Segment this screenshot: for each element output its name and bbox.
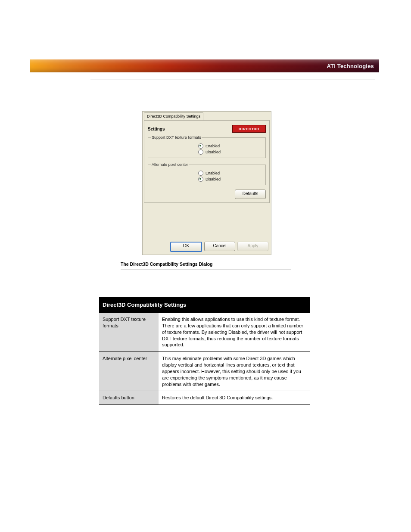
table-key: Support DXT texture formats [99, 313, 159, 352]
defaults-button[interactable]: Defaults [235, 190, 266, 199]
radio-dxt-enabled[interactable] [198, 143, 203, 149]
figure-caption: The Direct3D Compatibility Settings Dial… [121, 261, 213, 267]
group-legend: Alternate pixel center [151, 162, 189, 167]
tab-strip: Direct3D Compatibility Settings [143, 112, 271, 120]
radio-label: Disabled [206, 177, 221, 181]
table-val: This may eliminate problems with some Di… [159, 352, 310, 391]
radio-apc-enabled[interactable] [198, 171, 203, 176]
settings-heading: Settings [148, 127, 165, 131]
figure-caption-divider [121, 270, 291, 270]
group-dxt-texture-formats: Support DXT texture formats Enabled Disa… [148, 135, 266, 158]
table-row: Defaults button Restores the default Dir… [99, 391, 310, 405]
direct3d-badge: DIRECT3D [232, 125, 266, 133]
radio-label: Enabled [206, 144, 220, 148]
group-legend: Support DXT texture formats [151, 135, 202, 140]
radio-label: Disabled [206, 150, 221, 154]
ok-button[interactable]: OK [170, 242, 202, 252]
table-row: Alternate pixel center This may eliminat… [99, 352, 310, 391]
radio-dxt-disabled[interactable] [198, 149, 203, 155]
header-divider [90, 80, 375, 80]
brand-text: ATI Technologies [327, 63, 374, 69]
tab-body: Settings DIRECT3D Support DXT texture fo… [144, 120, 270, 203]
ati-header-banner: ATI Technologies [30, 59, 379, 72]
radio-apc-disabled[interactable] [198, 177, 203, 182]
apply-button[interactable]: Apply [237, 242, 268, 251]
table-val: Restores the default Direct 3D Compatibi… [159, 391, 310, 405]
d3d-compat-dialog: Direct3D Compatibility Settings Settings… [142, 111, 271, 255]
table-row: Support DXT texture formats Enabling thi… [99, 313, 310, 352]
table-key: Defaults button [99, 391, 159, 405]
table-key: Alternate pixel center [99, 352, 159, 391]
radio-label: Enabled [206, 171, 220, 175]
table-header: Direct3D Compatibility Settings [99, 297, 310, 313]
compat-settings-table: Direct3D Compatibility Settings Support … [99, 297, 310, 405]
cancel-button[interactable]: Cancel [204, 242, 235, 251]
table-val: Enabling this allows applications to use… [159, 313, 310, 352]
group-alt-pixel-center: Alternate pixel center Enabled Disabled [148, 162, 266, 185]
tab-d3d-compat[interactable]: Direct3D Compatibility Settings [144, 112, 203, 121]
